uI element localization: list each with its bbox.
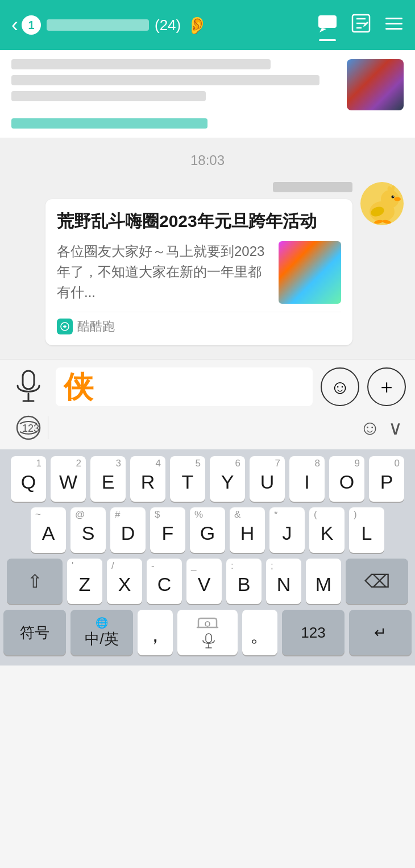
input-row2-right: ☺ ∨ [359,416,402,440]
prev-link [11,118,208,129]
key-period[interactable]: 。 [242,610,277,655]
input-divider [48,416,48,439]
key-R[interactable]: 4R [130,456,165,502]
svg-point-13 [393,196,394,197]
language-key[interactable]: 🌐 中/英 [70,610,133,655]
svg-point-25 [205,622,210,626]
header: ‹ 1 (24) 👂 [0,0,415,50]
message-footer: 酷酷跑 [57,312,341,335]
input-candidate-char: 侠 [64,372,93,402]
keyboard-row-3: ⇧ 'Z /X -C _V :B ;N M ⌫ [3,559,412,604]
key-U[interactable]: 7U [250,456,285,502]
symbols-key[interactable]: 符号 [3,610,66,655]
notification-badge: 1 [22,15,41,35]
key-Y[interactable]: 6Y [210,456,245,502]
key-F[interactable]: $F [150,507,185,553]
space-key[interactable] [177,610,238,655]
chat-area: 18:03 荒野乱斗嗨圈2023年元旦跨年活动 各位圈友大家好～马上就要到202… [0,50,415,359]
svg-marker-1 [319,28,326,32]
delete-key[interactable]: ⌫ [346,559,408,604]
emoji-small-icon[interactable]: ☺ [359,416,380,440]
prev-message-image [347,59,404,110]
input-row-secondary: 123 ☺ ∨ [9,411,406,445]
sender-name-blur [273,182,352,192]
key-E[interactable]: 3E [90,456,126,502]
keyboard-type-button[interactable]: 123 [9,411,48,445]
input-row-main: 侠 ☺ ＋ [9,367,406,406]
key-X[interactable]: /X [107,559,142,604]
keyboard-row-1: 1Q 2W 3E 4R 5T 6Y 7U 8I 9O 0P [3,456,412,502]
svg-rect-26 [206,634,211,643]
enter-key[interactable]: ↵ [349,610,412,655]
menu-icon[interactable] [384,14,404,37]
key-S[interactable]: @S [70,507,106,553]
key-T[interactable]: 5T [170,456,205,502]
key-G[interactable]: %G [190,507,225,553]
key-Z[interactable]: 'Z [67,559,102,604]
chevron-down-icon[interactable]: ∨ [388,416,402,439]
header-title-area: (24) 👂 [47,15,317,35]
key-P[interactable]: 0P [369,456,404,502]
key-Q[interactable]: 1Q [11,456,46,502]
emoji-button[interactable]: ☺ [321,367,359,406]
message-bubble[interactable]: 荒野乱斗嗨圈2023年元旦跨年活动 各位圈友大家好～马上就要到2023年了，不知… [45,199,352,345]
key-J[interactable]: *J [269,507,305,553]
key-comma[interactable]: ， [138,610,173,655]
key-B[interactable]: :B [226,559,262,604]
blur-text-1 [11,59,271,69]
svg-rect-0 [318,15,337,28]
message-timestamp: 18:03 [0,143,415,177]
plus-icon: ＋ [377,374,396,400]
plus-button[interactable]: ＋ [367,367,406,406]
emoji-icon: ☺ [330,376,350,398]
message-description: 各位圈友大家好～马上就要到2023年了，不知道大家在新的一年里都有什... [57,241,271,303]
blur-text-3 [11,91,206,101]
header-title-blur [47,19,149,31]
svg-point-14 [394,197,401,201]
message-image [279,241,341,304]
keyboard-row-4: 符号 🌐 中/英 ， 。 123 ↵ [3,610,412,655]
svg-point-12 [392,196,395,199]
svg-rect-7 [385,23,402,24]
hearing-icon[interactable]: 👂 [186,15,208,35]
mic-button[interactable] [9,367,48,406]
key-M[interactable]: M [306,559,341,604]
shift-key[interactable]: ⇧ [7,559,63,604]
input-area: 侠 ☺ ＋ 123 ☺ ∨ [0,359,415,449]
key-H[interactable]: &H [230,507,265,553]
message-source: 酷酷跑 [77,318,115,335]
message-content: 荒野乱斗嗨圈2023年元旦跨年活动 各位圈友大家好～马上就要到2023年了，不知… [45,182,352,345]
message-count: (24) [155,16,181,34]
avatar [360,182,404,225]
svg-rect-6 [385,18,402,19]
key-I[interactable]: 8I [289,456,325,502]
back-chevron-icon: ‹ [11,13,18,37]
keyboard: 1Q 2W 3E 4R 5T 6Y 7U 8I 9O 0P ~A @S #D $… [0,449,415,666]
message-body: 各位圈友大家好～马上就要到2023年了，不知道大家在新的一年里都有什... [57,241,341,304]
edit-icon[interactable] [351,14,371,37]
key-C[interactable]: -C [147,559,182,604]
svg-rect-20 [23,371,34,389]
key-V[interactable]: _V [186,559,222,604]
message-title: 荒野乱斗嗨圈2023年元旦跨年活动 [57,209,341,233]
key-L[interactable]: )L [349,507,384,553]
source-icon [57,319,73,334]
keyboard-row-2: ~A @S #D $F %G &H *J (K )L [3,507,412,553]
message-row: 荒野乱斗嗨圈2023年元旦跨年活动 各位圈友大家好～马上就要到2023年了，不知… [0,177,415,350]
key-A[interactable]: ~A [31,507,66,553]
blur-text-2 [11,75,319,85]
header-icons [317,13,404,38]
previous-message [0,50,415,138]
key-W[interactable]: 2W [51,456,86,502]
key-D[interactable]: #D [110,507,146,553]
back-button[interactable]: ‹ 1 [11,13,41,37]
key-N[interactable]: ;N [266,559,301,604]
key-K[interactable]: (K [309,507,345,553]
chat-icon[interactable] [317,13,338,38]
key-O[interactable]: 9O [329,456,364,502]
text-input[interactable]: 侠 [56,367,313,406]
svg-rect-8 [385,28,402,30]
num123-key[interactable]: 123 [282,610,345,655]
